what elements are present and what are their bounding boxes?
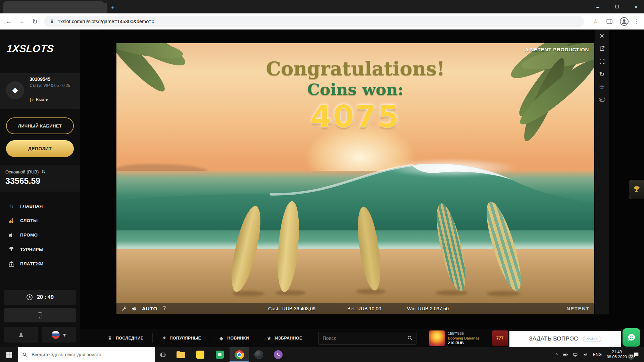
- sidebar-item-payments[interactable]: ПЛАТЕЖИ: [0, 257, 80, 271]
- game-help-button[interactable]: ?: [163, 305, 166, 311]
- user-status: Статус VIP 0.05 - 0.25: [30, 83, 73, 88]
- winner-game-thumbnail[interactable]: [429, 330, 445, 346]
- bookmark-star-icon[interactable]: ☆: [592, 18, 599, 25]
- green-app-icon: [216, 351, 224, 359]
- chrome-icon: [235, 350, 244, 359]
- forward-button[interactable]: →: [17, 17, 26, 25]
- share-icon[interactable]: [595, 42, 609, 55]
- window-close-button[interactable]: ×: [628, 0, 644, 13]
- game-settings-icon[interactable]: [121, 306, 127, 312]
- browser-tab[interactable]: 1X Казино ×: [3, 1, 104, 13]
- winner-player-id: 155**935: [448, 331, 480, 336]
- start-button[interactable]: [0, 347, 18, 362]
- taskbar-app-notes[interactable]: [191, 347, 210, 362]
- windows-search-box: [18, 347, 155, 362]
- notification-center-button[interactable]: 22: [632, 350, 641, 359]
- keyboard-language[interactable]: ENG: [593, 352, 602, 357]
- side-panel-icon[interactable]: [606, 18, 613, 25]
- sidebar-menu: ⌂ ГЛАВНАЯ СЛОТЫ ПРОМО ТУРНИРЫ: [0, 199, 80, 271]
- balance-block: Основной (RUB) ↻ 33565.59: [0, 165, 80, 192]
- sidebar-item-slots[interactable]: СЛОТЫ: [0, 213, 80, 228]
- fullscreen-icon[interactable]: [595, 55, 609, 68]
- surfboard-shadow: [436, 290, 468, 296]
- search-icon: [22, 352, 28, 357]
- volume-icon[interactable]: [583, 352, 588, 357]
- tab-spacer: [7, 3, 107, 15]
- taskbar-app-viber[interactable]: [268, 347, 288, 362]
- refresh-game-icon[interactable]: ↻: [595, 68, 609, 81]
- bet-readout: Bet: RUB 10,00: [347, 306, 381, 311]
- winner-item[interactable]: 155**935 Booming Bananas 210 RUB: [429, 330, 480, 346]
- browser-tabstrip: 1X Казино × + – ×: [0, 0, 644, 13]
- close-game-icon[interactable]: ×: [595, 30, 609, 42]
- winner-game-thumbnail[interactable]: 777: [492, 330, 508, 346]
- wave-foam: [384, 158, 518, 177]
- yellow-app-icon: [196, 351, 204, 359]
- profile-avatar-icon[interactable]: [620, 17, 629, 26]
- ask-question-widget[interactable]: ЗАДАТЬ ВОПРОС on-line: [509, 331, 621, 347]
- congratulations-title: Congratulations!: [116, 57, 594, 80]
- language-dropdown[interactable]: ▾: [42, 327, 76, 343]
- logout-link[interactable]: Выйти: [30, 97, 48, 102]
- back-button[interactable]: ←: [5, 17, 13, 25]
- account-button[interactable]: ЛИЧНЫЙ КАБИНЕТ: [6, 117, 74, 134]
- taskbar-app-file-explorer[interactable]: [171, 347, 191, 362]
- taskbar-app-dark[interactable]: [249, 347, 268, 362]
- chevron-down-icon: ▾: [63, 332, 66, 338]
- megaphone-icon: [8, 232, 15, 239]
- deposit-button[interactable]: ДЕПОЗИТ: [6, 140, 74, 157]
- logout-icon: [30, 98, 34, 102]
- gold-trophy-icon: [632, 185, 641, 194]
- tab-popular[interactable]: ПОПУЛЯРНЫЕ: [152, 333, 210, 343]
- game-search-box: [318, 332, 416, 345]
- live-chat-button[interactable]: [623, 328, 640, 347]
- game-search-input[interactable]: [322, 335, 407, 341]
- tab-recent[interactable]: ПОСЛЕДНИЕ: [99, 333, 152, 343]
- notification-count-badge: 22: [628, 354, 634, 360]
- mobile-version-button[interactable]: [4, 308, 76, 322]
- sidebar-item-promo[interactable]: ПРОМО: [0, 228, 80, 242]
- tab-favorites[interactable]: ★ ИЗБРАННОЕ: [258, 333, 311, 343]
- account-dropdown[interactable]: [4, 327, 38, 343]
- browser-menu-icon[interactable]: ⋮: [633, 18, 640, 25]
- system-tray: ^ ENG 21:49 08.06.2020 22: [556, 350, 644, 360]
- sidebar-item-home[interactable]: ⌂ ГЛАВНАЯ: [0, 199, 80, 213]
- autoplay-button[interactable]: AUTO: [142, 306, 157, 311]
- address-bar[interactable]: 1xslot.com/ru/slots/?game=145300&demo=0: [44, 16, 584, 27]
- coins-won-label: Coins won:: [116, 80, 594, 99]
- url-text: 1xslot.com/ru/slots/?game=145300&demo=0: [58, 19, 154, 24]
- clock-widget[interactable]: 21:49 08.06.2020: [607, 350, 627, 360]
- winner-game-link[interactable]: Booming Bananas: [448, 336, 480, 341]
- session-timer-value: 20 : 49: [37, 294, 54, 300]
- new-tab-button[interactable]: +: [108, 3, 117, 12]
- theme-toggle-icon[interactable]: [595, 93, 609, 106]
- favorite-game-icon[interactable]: ☆: [595, 81, 609, 93]
- user-id: 30109545: [30, 76, 50, 82]
- taskbar-app-chrome[interactable]: [230, 347, 249, 362]
- home-icon: ⌂: [8, 203, 15, 210]
- session-timer: 20 : 49: [4, 290, 76, 305]
- tournament-widget-button[interactable]: [629, 180, 644, 199]
- sidebar-item-tournaments[interactable]: ТУРНИРЫ: [0, 242, 80, 257]
- windows-search-input[interactable]: [31, 352, 151, 358]
- window-maximize-button[interactable]: [609, 0, 625, 13]
- window-minimize-button[interactable]: –: [590, 0, 606, 13]
- battery-icon[interactable]: [563, 352, 568, 357]
- user-avatar[interactable]: ◆: [6, 81, 24, 99]
- tab-new[interactable]: ◆ НОВИНКИ: [210, 333, 258, 343]
- dark-app-icon: [254, 350, 263, 359]
- task-view-button[interactable]: [155, 347, 171, 362]
- taskbar-app-green[interactable]: [210, 347, 230, 362]
- reload-button[interactable]: ↻: [31, 17, 39, 25]
- search-icon[interactable]: [407, 335, 413, 341]
- balance-refresh-icon[interactable]: ↻: [41, 169, 46, 175]
- sidebar-item-label: ПРОМО: [20, 232, 38, 238]
- site-logo[interactable]: 1XSLOTS: [6, 43, 54, 54]
- network-icon[interactable]: [573, 352, 578, 357]
- tray-expand-icon[interactable]: ^: [556, 352, 558, 357]
- sidebar-item-label: ГЛАВНАЯ: [20, 204, 43, 209]
- logout-label: Выйти: [36, 97, 48, 102]
- tab-label: НОВИНКИ: [227, 336, 249, 341]
- sidebar-item-label: СЛОТЫ: [20, 218, 38, 223]
- game-sound-icon[interactable]: [131, 306, 137, 312]
